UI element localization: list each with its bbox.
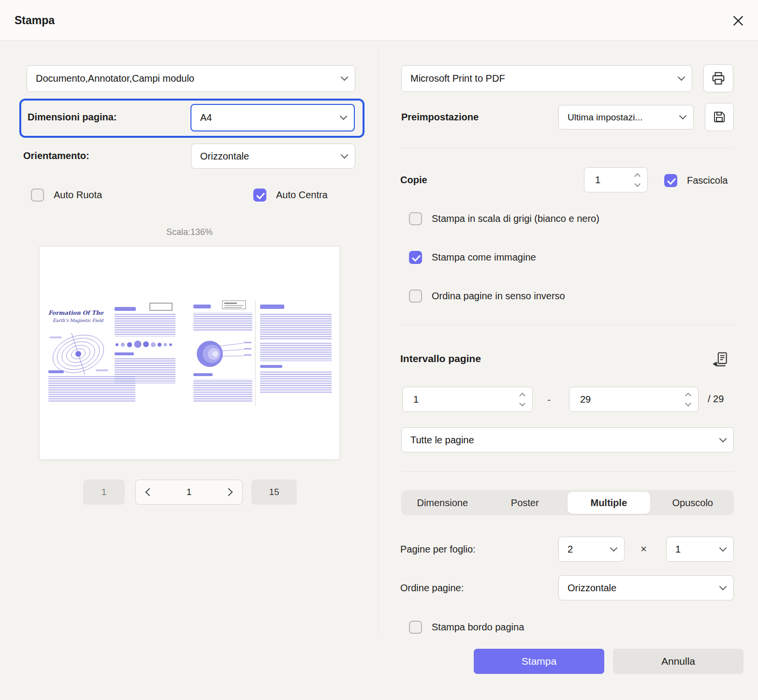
reverse-pages-row: Ordina pagine in senso inverso (409, 289, 565, 303)
chevron-down-icon (610, 544, 618, 552)
copies-spinner[interactable]: 1 (584, 167, 648, 192)
cancel-button-label: Annulla (661, 656, 695, 667)
save-preset-button[interactable] (705, 103, 734, 131)
page-order-value: Orizzontale (568, 583, 616, 594)
print-preview: Formation Of The Earth's Magnetic Field (40, 247, 339, 459)
spinner-down-icon[interactable] (634, 181, 641, 187)
tab-opuscolo[interactable]: Opuscolo (652, 490, 734, 515)
preset-dropdown[interactable]: Ultima impostazi... (558, 105, 694, 130)
first-page-number: 1 (102, 487, 107, 497)
copies-value: 1 (595, 175, 600, 186)
range-from-value: 1 (413, 394, 419, 405)
close-button[interactable] (729, 12, 747, 30)
range-dash: - (547, 394, 551, 406)
page-order-label: Ordine pagine: (400, 583, 464, 594)
tab-multiple[interactable]: Multiple (568, 492, 650, 514)
titlebar: Stampa (0, 0, 758, 41)
grayscale-label: Stampa in scala di grigi (bianco e nero) (432, 213, 599, 224)
print-dialog: Stampa Documento,Annotator,Campi modulo … (0, 0, 758, 700)
last-page-number: 15 (269, 487, 279, 497)
spinner-up-icon[interactable] (634, 173, 641, 179)
range-from-input[interactable]: 1 (402, 387, 533, 412)
chevron-down-icon (341, 151, 349, 159)
page-size-dropdown[interactable]: A4 (190, 104, 355, 131)
auto-center-row: Auto Centra (253, 188, 328, 202)
print-button-label: Stampa (522, 656, 556, 667)
page-size-label: Dimensioni pagina: (28, 112, 117, 123)
range-total: / 29 (708, 394, 724, 405)
tab-poster[interactable]: Poster (484, 490, 567, 515)
last-page-button[interactable]: 15 (251, 480, 297, 505)
chevron-down-icon (719, 435, 727, 442)
spinner-down-icon[interactable] (685, 400, 691, 407)
range-to-input[interactable]: 29 (569, 387, 699, 412)
previous-page-icon[interactable] (146, 488, 154, 496)
pages-per-sheet-label: Pagine per foglio: (400, 544, 476, 555)
spinner-down-icon[interactable] (519, 400, 525, 407)
preview-doc-title-line1: Formation Of The (48, 309, 103, 316)
pages-per-sheet-cols-value: 2 (568, 544, 573, 555)
auto-center-label: Auto Centra (276, 190, 328, 201)
print-as-image-checkbox[interactable] (409, 251, 422, 264)
tab-dimensione-label: Dimensione (417, 497, 468, 509)
content-dropdown-value: Documento,Annotator,Campi modulo (36, 73, 194, 84)
grayscale-checkbox[interactable] (409, 212, 422, 225)
collate-label: Fascicola (687, 175, 728, 186)
print-button[interactable]: Stampa (474, 649, 604, 674)
chevron-down-icon (340, 113, 348, 120)
save-icon (713, 110, 726, 124)
divider (401, 471, 734, 472)
page-size-value: A4 (200, 112, 212, 123)
grayscale-row: Stampa in scala di grigi (bianco e nero) (409, 212, 599, 225)
reverse-pages-label: Ordina pagine in senso inverso (432, 291, 565, 302)
tab-dimensione[interactable]: Dimensione (401, 490, 484, 515)
page-border-label: Stampa bordo pagina (432, 622, 524, 633)
page-navigator[interactable]: 1 (135, 480, 243, 505)
orientation-dropdown[interactable]: Orizzontale (191, 144, 355, 169)
content-dropdown[interactable]: Documento,Annotator,Campi modulo (27, 65, 355, 92)
page-order-dropdown[interactable]: Orizzontale (558, 575, 734, 600)
printer-icon (711, 71, 726, 86)
extract-pages-icon (711, 351, 729, 368)
first-page-button[interactable]: 1 (83, 480, 125, 505)
pages-per-sheet-cols-dropdown[interactable]: 2 (558, 537, 625, 562)
auto-center-checkbox[interactable] (253, 189, 266, 202)
page-border-row: Stampa bordo pagina (409, 620, 524, 634)
next-page-icon[interactable] (224, 488, 233, 496)
tab-opuscolo-label: Opuscolo (672, 497, 714, 509)
divider (401, 325, 734, 325)
spinner-up-icon[interactable] (519, 393, 525, 399)
page-subset-dropdown[interactable]: Tutte le pagine (401, 427, 734, 452)
orientation-label: Orientamento: (23, 150, 89, 161)
printer-dropdown[interactable]: Microsoft Print to PDF (401, 65, 692, 92)
page-border-checkbox[interactable] (409, 621, 422, 634)
scale-text: Scala:136% (40, 227, 339, 237)
chevron-down-icon (341, 73, 349, 81)
printer-properties-button[interactable] (703, 64, 733, 92)
chevron-down-icon (719, 583, 727, 590)
chevron-down-icon (719, 544, 727, 552)
close-icon (732, 15, 744, 27)
extract-pages-button[interactable] (709, 348, 732, 371)
print-as-image-row: Stampa come immagine (409, 250, 536, 264)
chevron-down-icon (678, 73, 685, 81)
auto-rotate-checkbox[interactable] (31, 189, 44, 202)
auto-rotate-row: Auto Ruota (31, 188, 102, 202)
range-to-value: 29 (580, 394, 591, 405)
spinner-up-icon[interactable] (685, 393, 691, 399)
reverse-pages-checkbox[interactable] (409, 290, 422, 303)
column-divider (378, 48, 379, 636)
times-symbol: × (641, 543, 647, 555)
cancel-button[interactable]: Annulla (613, 649, 743, 674)
pages-per-sheet-rows-dropdown[interactable]: 1 (666, 537, 734, 562)
page-size-highlight: Dimensioni pagina: A4 (19, 99, 364, 138)
preset-dropdown-value: Ultima impostazi... (568, 112, 642, 123)
collate-checkbox[interactable] (664, 174, 677, 187)
preview-doc-title-line2: Earth's Magnetic Field (53, 318, 104, 323)
copies-label: Copie (400, 175, 427, 186)
spinner-arrows (635, 174, 640, 186)
divider (401, 147, 734, 148)
print-as-image-label: Stampa come immagine (432, 252, 536, 263)
current-page-number[interactable]: 1 (187, 487, 192, 497)
spinner-arrows (520, 394, 525, 406)
